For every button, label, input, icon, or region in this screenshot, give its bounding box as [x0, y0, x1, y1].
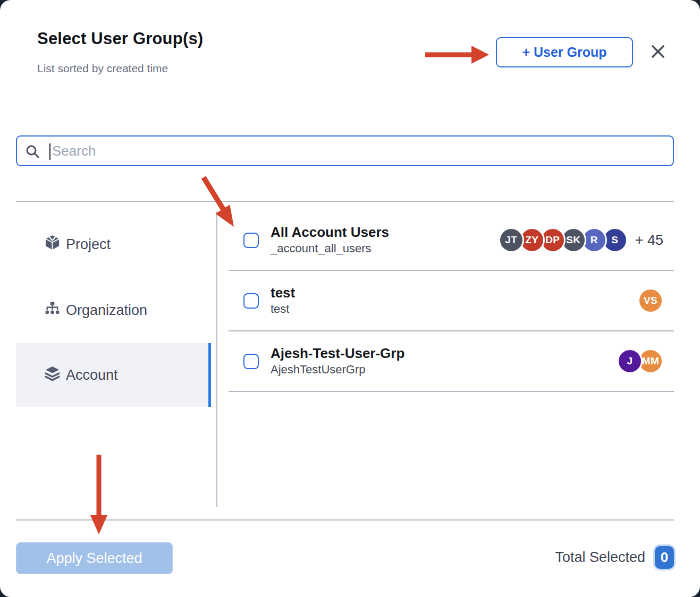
total-selected-badge: 0 — [655, 546, 674, 569]
group-id: _account_all_users — [271, 241, 389, 257]
avatar: J — [617, 348, 643, 374]
search-icon — [25, 144, 40, 159]
avatar: VS — [638, 288, 663, 313]
select-user-group-dialog: Select User Group(s) List sorted by crea… — [0, 0, 700, 597]
group-row[interactable]: All Account Users _account_all_users JT … — [229, 210, 674, 271]
tab-account[interactable]: Account — [16, 343, 211, 407]
total-selected: Total Selected 0 — [555, 546, 674, 569]
org-chart-icon — [44, 300, 61, 320]
content-divider — [16, 201, 674, 202]
sort-hint-text: List sorted by created time — [37, 62, 168, 75]
group-name: Ajesh-Test-User-Grp — [271, 345, 404, 362]
avatar: JT — [499, 227, 524, 253]
tab-organization[interactable]: Organization — [16, 292, 211, 329]
total-selected-label: Total Selected — [555, 549, 645, 566]
group-id: test — [271, 302, 295, 317]
close-button[interactable] — [645, 40, 671, 64]
group-name: All Account Users — [271, 224, 389, 241]
group-id: AjeshTestUserGrp — [271, 362, 404, 378]
group-checkbox[interactable] — [243, 233, 259, 248]
group-text: All Account Users _account_all_users — [271, 224, 389, 256]
apply-selected-label: Apply Selected — [46, 550, 142, 566]
avatar-overflow-count: + 45 — [635, 232, 663, 249]
footer-divider — [16, 519, 674, 521]
search-input[interactable] — [52, 137, 669, 165]
group-checkbox[interactable] — [243, 354, 259, 369]
layers-icon — [44, 365, 61, 385]
group-row[interactable]: Ajesh-Test-User-Grp AjeshTestUserGrp J M… — [229, 331, 674, 392]
group-row[interactable]: test test VS — [229, 271, 674, 331]
apply-selected-button[interactable]: Apply Selected — [16, 542, 173, 574]
tab-project-label: Project — [66, 236, 111, 253]
annotation-arrow-right-icon — [425, 46, 489, 64]
group-text: Ajesh-Test-User-Grp AjeshTestUserGrp — [271, 345, 404, 377]
tab-project[interactable]: Project — [16, 226, 211, 263]
text-caret — [49, 143, 50, 160]
avatar-stack: VS — [638, 288, 663, 313]
add-user-group-button[interactable]: + User Group — [496, 37, 633, 67]
group-checkbox[interactable] — [243, 293, 259, 309]
add-user-group-label: + User Group — [522, 45, 606, 60]
group-list: All Account Users _account_all_users JT … — [229, 210, 674, 392]
search-box — [16, 135, 674, 166]
tab-account-label: Account — [66, 367, 118, 383]
sidebar-divider — [216, 211, 217, 507]
annotation-arrow-down-icon — [89, 455, 108, 534]
close-icon — [650, 44, 666, 61]
group-name: test — [271, 284, 295, 302]
avatar-stack: J MM — [617, 348, 663, 374]
avatar-stack: JT ZY DP SK R S — [499, 227, 628, 253]
group-text: test test — [271, 284, 295, 317]
cube-icon — [44, 234, 61, 254]
tab-organization-label: Organization — [66, 302, 147, 319]
page-title: Select User Group(s) — [37, 29, 203, 48]
